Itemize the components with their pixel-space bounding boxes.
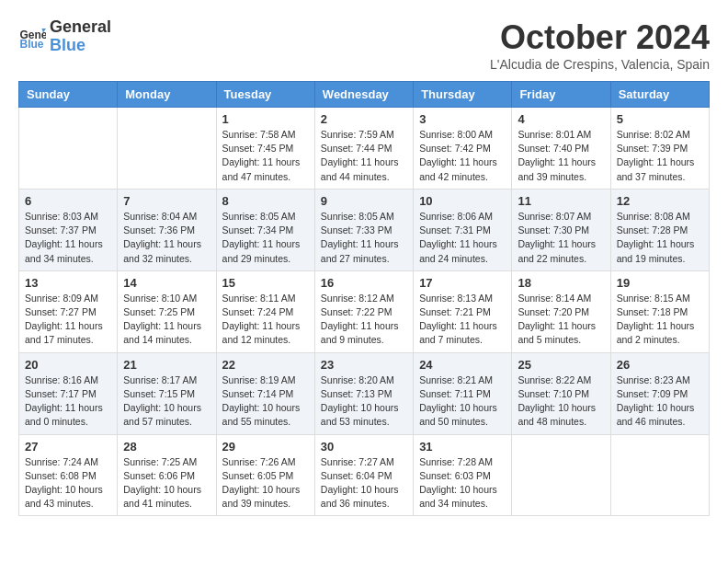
table-row: 12Sunrise: 8:08 AM Sunset: 7:28 PM Dayli…	[610, 189, 709, 270]
day-info: Sunrise: 7:27 AM Sunset: 6:04 PM Dayligh…	[321, 455, 407, 511]
day-number: 5	[617, 112, 703, 126]
title-area: October 2024 L'Alcudia de Crespins, Vale…	[490, 18, 710, 72]
day-info: Sunrise: 8:09 AM Sunset: 7:27 PM Dayligh…	[25, 292, 111, 348]
day-number: 16	[321, 276, 407, 290]
table-row: 1Sunrise: 7:58 AM Sunset: 7:45 PM Daylig…	[216, 108, 314, 190]
table-row: 25Sunrise: 8:22 AM Sunset: 7:10 PM Dayli…	[512, 352, 610, 434]
day-number: 12	[617, 194, 703, 208]
logo-text: General Blue	[50, 18, 111, 55]
day-info: Sunrise: 8:00 AM Sunset: 7:42 PM Dayligh…	[419, 128, 506, 184]
day-info: Sunrise: 7:59 AM Sunset: 7:44 PM Dayligh…	[321, 128, 407, 184]
logo-blue: Blue	[50, 37, 111, 55]
day-info: Sunrise: 8:16 AM Sunset: 7:17 PM Dayligh…	[25, 373, 111, 430]
table-row: 2Sunrise: 7:59 AM Sunset: 7:44 PM Daylig…	[314, 108, 413, 190]
day-number: 14	[123, 276, 210, 290]
day-info: Sunrise: 7:24 AM Sunset: 6:08 PM Dayligh…	[25, 455, 111, 511]
day-number: 7	[123, 194, 210, 208]
weekday-header-wednesday: Wednesday	[314, 82, 413, 108]
weekday-header-tuesday: Tuesday	[216, 82, 314, 108]
table-row: 24Sunrise: 8:21 AM Sunset: 7:11 PM Dayli…	[414, 352, 512, 434]
table-row	[118, 108, 216, 190]
day-info: Sunrise: 8:02 AM Sunset: 7:39 PM Dayligh…	[617, 128, 703, 184]
table-row: 16Sunrise: 8:12 AM Sunset: 7:22 PM Dayli…	[314, 270, 413, 352]
day-number: 22	[222, 358, 309, 372]
day-info: Sunrise: 8:14 AM Sunset: 7:20 PM Dayligh…	[518, 292, 604, 348]
svg-text:Blue: Blue	[20, 38, 44, 51]
day-info: Sunrise: 8:19 AM Sunset: 7:14 PM Dayligh…	[222, 373, 309, 430]
day-info: Sunrise: 8:21 AM Sunset: 7:11 PM Dayligh…	[419, 373, 506, 430]
table-row: 17Sunrise: 8:13 AM Sunset: 7:21 PM Dayli…	[414, 270, 512, 352]
day-info: Sunrise: 8:12 AM Sunset: 7:22 PM Dayligh…	[321, 292, 407, 348]
day-number: 29	[222, 440, 309, 454]
page-header: General Blue General Blue October 2024 L…	[18, 18, 710, 72]
table-row	[19, 108, 118, 190]
calendar-week-row: 13Sunrise: 8:09 AM Sunset: 7:27 PM Dayli…	[19, 270, 710, 352]
day-number: 25	[518, 358, 604, 372]
table-row: 23Sunrise: 8:20 AM Sunset: 7:13 PM Dayli…	[314, 352, 413, 434]
day-number: 18	[518, 276, 604, 290]
table-row: 5Sunrise: 8:02 AM Sunset: 7:39 PM Daylig…	[610, 108, 709, 190]
logo-general: General	[50, 18, 111, 37]
table-row: 15Sunrise: 8:11 AM Sunset: 7:24 PM Dayli…	[216, 270, 314, 352]
calendar-week-row: 6Sunrise: 8:03 AM Sunset: 7:37 PM Daylig…	[19, 189, 710, 270]
day-info: Sunrise: 8:04 AM Sunset: 7:36 PM Dayligh…	[123, 210, 210, 266]
day-number: 3	[419, 112, 506, 126]
day-info: Sunrise: 8:10 AM Sunset: 7:25 PM Dayligh…	[123, 292, 210, 348]
day-info: Sunrise: 8:03 AM Sunset: 7:37 PM Dayligh…	[25, 210, 111, 266]
day-info: Sunrise: 8:08 AM Sunset: 7:28 PM Dayligh…	[617, 210, 703, 266]
day-info: Sunrise: 7:25 AM Sunset: 6:06 PM Dayligh…	[123, 455, 210, 511]
day-number: 17	[419, 276, 506, 290]
day-info: Sunrise: 8:20 AM Sunset: 7:13 PM Dayligh…	[321, 373, 407, 430]
table-row: 7Sunrise: 8:04 AM Sunset: 7:36 PM Daylig…	[118, 189, 216, 270]
day-number: 4	[518, 112, 604, 126]
calendar-table: SundayMondayTuesdayWednesdayThursdayFrid…	[18, 81, 710, 516]
day-number: 13	[25, 276, 111, 290]
day-info: Sunrise: 8:06 AM Sunset: 7:31 PM Dayligh…	[419, 210, 506, 266]
table-row	[512, 434, 610, 516]
weekday-header-friday: Friday	[512, 82, 610, 108]
table-row: 4Sunrise: 8:01 AM Sunset: 7:40 PM Daylig…	[512, 108, 610, 190]
table-row: 26Sunrise: 8:23 AM Sunset: 7:09 PM Dayli…	[610, 352, 709, 434]
day-number: 20	[25, 358, 111, 372]
table-row: 13Sunrise: 8:09 AM Sunset: 7:27 PM Dayli…	[19, 270, 118, 352]
day-info: Sunrise: 8:11 AM Sunset: 7:24 PM Dayligh…	[222, 292, 309, 348]
day-info: Sunrise: 8:17 AM Sunset: 7:15 PM Dayligh…	[123, 373, 210, 430]
logo: General Blue General Blue	[18, 18, 111, 55]
table-row: 21Sunrise: 8:17 AM Sunset: 7:15 PM Dayli…	[118, 352, 216, 434]
table-row: 3Sunrise: 8:00 AM Sunset: 7:42 PM Daylig…	[414, 108, 512, 190]
table-row: 28Sunrise: 7:25 AM Sunset: 6:06 PM Dayli…	[118, 434, 216, 516]
table-row	[610, 434, 709, 516]
day-number: 9	[321, 194, 407, 208]
day-info: Sunrise: 8:05 AM Sunset: 7:34 PM Dayligh…	[222, 210, 309, 266]
day-info: Sunrise: 7:28 AM Sunset: 6:03 PM Dayligh…	[419, 455, 506, 511]
day-number: 19	[617, 276, 703, 290]
day-number: 2	[321, 112, 407, 126]
table-row: 6Sunrise: 8:03 AM Sunset: 7:37 PM Daylig…	[19, 189, 118, 270]
day-number: 31	[419, 440, 506, 454]
day-number: 8	[222, 194, 309, 208]
day-number: 28	[123, 440, 210, 454]
day-number: 1	[222, 112, 309, 126]
day-number: 15	[222, 276, 309, 290]
table-row: 27Sunrise: 7:24 AM Sunset: 6:08 PM Dayli…	[19, 434, 118, 516]
table-row: 10Sunrise: 8:06 AM Sunset: 7:31 PM Dayli…	[414, 189, 512, 270]
day-number: 11	[518, 194, 604, 208]
day-number: 24	[419, 358, 506, 372]
table-row: 19Sunrise: 8:15 AM Sunset: 7:18 PM Dayli…	[610, 270, 709, 352]
day-info: Sunrise: 8:22 AM Sunset: 7:10 PM Dayligh…	[518, 373, 604, 430]
day-number: 23	[321, 358, 407, 372]
day-number: 6	[25, 194, 111, 208]
day-info: Sunrise: 8:23 AM Sunset: 7:09 PM Dayligh…	[617, 373, 703, 430]
calendar-week-row: 1Sunrise: 7:58 AM Sunset: 7:45 PM Daylig…	[19, 108, 710, 190]
day-info: Sunrise: 8:05 AM Sunset: 7:33 PM Dayligh…	[321, 210, 407, 266]
day-info: Sunrise: 8:15 AM Sunset: 7:18 PM Dayligh…	[617, 292, 703, 348]
location: L'Alcudia de Crespins, Valencia, Spain	[490, 57, 710, 72]
table-row: 30Sunrise: 7:27 AM Sunset: 6:04 PM Dayli…	[314, 434, 413, 516]
table-row: 20Sunrise: 8:16 AM Sunset: 7:17 PM Dayli…	[19, 352, 118, 434]
day-number: 26	[617, 358, 703, 372]
weekday-header-saturday: Saturday	[610, 82, 709, 108]
day-number: 21	[123, 358, 210, 372]
table-row: 22Sunrise: 8:19 AM Sunset: 7:14 PM Dayli…	[216, 352, 314, 434]
day-info: Sunrise: 7:26 AM Sunset: 6:05 PM Dayligh…	[222, 455, 309, 511]
calendar-week-row: 20Sunrise: 8:16 AM Sunset: 7:17 PM Dayli…	[19, 352, 710, 434]
